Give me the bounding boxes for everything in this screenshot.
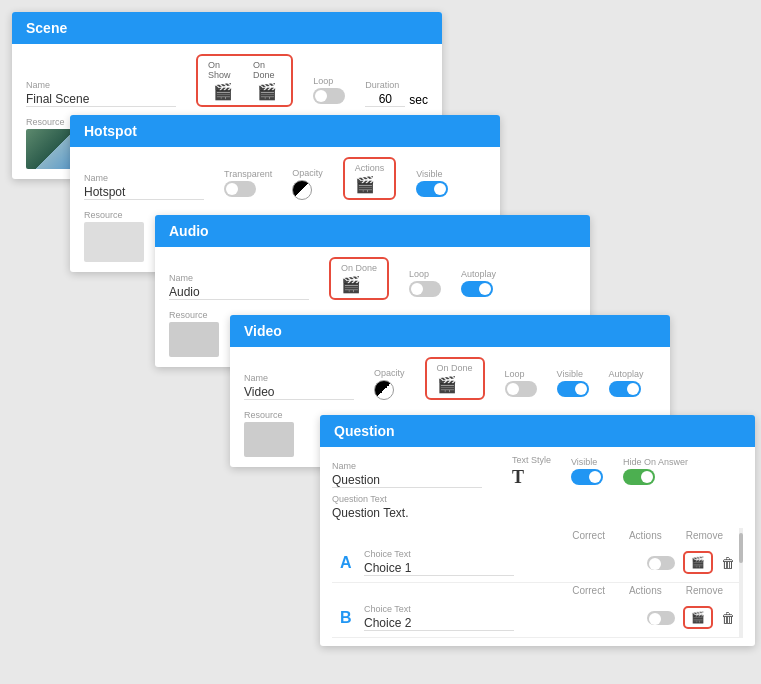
question-text-value: Question Text. <box>332 506 743 520</box>
scene-duration-input[interactable] <box>365 92 405 107</box>
question-hide-toggle[interactable] <box>623 469 655 485</box>
scrollbar <box>739 528 743 638</box>
choice-a-actions-header: Actions <box>629 530 662 541</box>
scene-on-done-btn[interactable]: On Done 🎬 <box>253 60 281 101</box>
video-fields-row: Name Opacity On Done 🎬 Loop Visible <box>244 357 656 400</box>
video-visible-toggle[interactable] <box>557 381 589 397</box>
question-name-input[interactable] <box>332 473 482 488</box>
choice-a-actions-icon: 🎬 <box>691 556 705 569</box>
video-opacity-label: Opacity <box>374 368 405 378</box>
choice-a-correct-toggle[interactable] <box>647 556 675 570</box>
audio-on-done-label: On Done <box>341 263 377 273</box>
question-visible-label: Visible <box>571 457 603 467</box>
hotspot-name-input[interactable] <box>84 185 204 200</box>
video-name-field: Name <box>244 373 354 400</box>
audio-fields-row: Name On Done 🎬 Loop Autoplay <box>169 257 576 300</box>
choice-b-actions-header: Actions <box>629 585 662 596</box>
main-container: Scene Name On Show 🎬 On Done 🎬 <box>0 0 761 684</box>
question-name-label: Name <box>332 461 482 471</box>
scrollbar-thumb <box>739 533 743 563</box>
video-name-label: Name <box>244 373 354 383</box>
video-visible-label: Visible <box>557 369 589 379</box>
choice-a-actions-btn[interactable]: 🎬 <box>683 551 713 574</box>
question-name-row: Name Text Style T Visible Hide On Answer <box>332 455 743 488</box>
hotspot-visible-label: Visible <box>416 169 448 179</box>
scene-duration-field: Duration sec <box>365 80 428 107</box>
question-hide-field: Hide On Answer <box>623 457 688 488</box>
scene-on-show-btn[interactable]: On Show 🎬 <box>208 60 237 101</box>
audio-resource-placeholder <box>169 322 219 357</box>
video-autoplay-toggle[interactable] <box>609 381 641 397</box>
scene-on-show-icon: 🎬 <box>213 82 233 101</box>
question-text-style-label: Text Style <box>512 455 551 465</box>
hotspot-header: Hotspot <box>70 115 500 147</box>
hotspot-actions-btn[interactable]: Actions 🎬 <box>343 157 397 200</box>
video-name-input[interactable] <box>244 385 354 400</box>
choice-b-input[interactable] <box>364 616 514 631</box>
audio-loop-label: Loop <box>409 269 441 279</box>
audio-header: Audio <box>155 215 590 247</box>
audio-name-label: Name <box>169 273 309 283</box>
question-header: Question <box>320 415 755 447</box>
video-opacity-icon <box>374 380 394 400</box>
choice-a-row: Correct Actions Remove A Choice Text 🎬 <box>332 528 743 583</box>
scene-name-field: Name <box>26 80 176 107</box>
hotspot-opacity-field: Opacity <box>292 168 323 200</box>
hotspot-fields-row: Name Transparent Opacity Actions 🎬 Visib… <box>84 157 486 200</box>
hotspot-visible-field: Visible <box>416 169 448 200</box>
choice-b-correct-toggle[interactable] <box>647 611 675 625</box>
hotspot-actions-label: Actions <box>355 163 385 173</box>
question-visible-toggle[interactable] <box>571 469 603 485</box>
audio-loop-toggle[interactable] <box>409 281 441 297</box>
question-title: Question <box>334 423 395 439</box>
choice-a-text-label: Choice Text <box>364 549 639 559</box>
choice-b-remove-header: Remove <box>686 585 723 596</box>
video-on-done-label: On Done <box>437 363 473 373</box>
scene-loop-toggle[interactable] <box>313 88 345 104</box>
choice-b: B Choice Text 🎬 🗑 <box>332 598 743 638</box>
choices-container: Correct Actions Remove A Choice Text 🎬 <box>332 528 743 638</box>
choice-a-input[interactable] <box>364 561 514 576</box>
audio-on-done-btn[interactable]: On Done 🎬 <box>329 257 389 300</box>
question-card: Question Name Text Style T Visible Hide … <box>320 415 755 646</box>
video-loop-toggle[interactable] <box>505 381 537 397</box>
question-text-style-field: Text Style T <box>512 455 551 488</box>
choice-b-actions-btn[interactable]: 🎬 <box>683 606 713 629</box>
question-hide-label: Hide On Answer <box>623 457 688 467</box>
video-visible-field: Visible <box>557 369 589 400</box>
video-opacity-field: Opacity <box>374 368 405 400</box>
audio-title: Audio <box>169 223 209 239</box>
hotspot-opacity-icon <box>292 180 312 200</box>
hotspot-resource-placeholder <box>84 222 144 262</box>
audio-name-input[interactable] <box>169 285 309 300</box>
question-body: Name Text Style T Visible Hide On Answer <box>320 447 755 646</box>
video-loop-label: Loop <box>505 369 537 379</box>
audio-autoplay-label: Autoplay <box>461 269 496 279</box>
choice-b-remove-btn[interactable]: 🗑 <box>721 610 735 626</box>
video-header: Video <box>230 315 670 347</box>
video-loop-field: Loop <box>505 369 537 400</box>
question-text-label: Question Text <box>332 494 743 504</box>
scene-header: Scene <box>12 12 442 44</box>
audio-autoplay-toggle[interactable] <box>461 281 493 297</box>
hotspot-transparent-toggle[interactable] <box>224 181 256 197</box>
scene-title: Scene <box>26 20 67 36</box>
choice-a-input-wrap: Choice Text <box>364 549 639 576</box>
question-name-field: Name <box>332 461 482 488</box>
video-resource-placeholder <box>244 422 294 457</box>
video-autoplay-label: Autoplay <box>609 369 644 379</box>
scene-actions-group: On Show 🎬 On Done 🎬 <box>196 54 293 107</box>
audio-loop-field: Loop <box>409 269 441 300</box>
scene-duration-unit: sec <box>409 93 428 107</box>
video-on-done-btn[interactable]: On Done 🎬 <box>425 357 485 400</box>
scene-loop-field: Loop <box>313 76 345 107</box>
choice-b-row: Correct Actions Remove B Choice Text 🎬 <box>332 583 743 638</box>
hotspot-transparent-field: Transparent <box>224 169 272 200</box>
choice-a-remove-btn[interactable]: 🗑 <box>721 555 735 571</box>
question-text-row: Question Text Question Text. <box>332 494 743 520</box>
video-autoplay-field: Autoplay <box>609 369 644 400</box>
scene-name-input[interactable] <box>26 92 176 107</box>
hotspot-visible-toggle[interactable] <box>416 181 448 197</box>
scene-duration-label: Duration <box>365 80 428 90</box>
choice-b-text-label: Choice Text <box>364 604 639 614</box>
